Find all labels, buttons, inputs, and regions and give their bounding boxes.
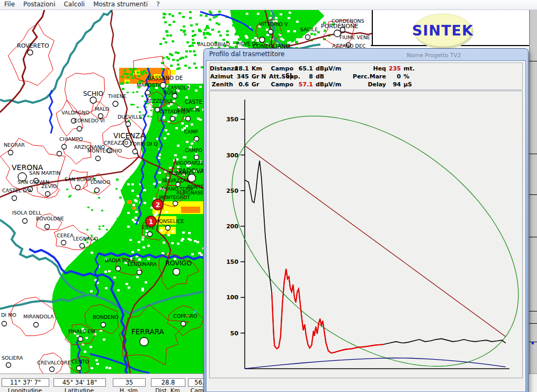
- dialog-title: Profilo dal trasmettitore: [209, 50, 284, 58]
- header-hv: 94: [386, 81, 401, 89]
- transmitter-marker-number: 2: [156, 201, 160, 209]
- header-hu: Gr: [249, 81, 269, 89]
- town-circle: [113, 101, 118, 106]
- profile-header-grid: Distanza28.1KmCampo SL65.1dBµV/mHeq235mt…: [210, 65, 522, 89]
- town-label: SCHIO: [83, 90, 103, 97]
- menu-bar: FilePostazioniCalcoliMostra strumenti?: [0, 0, 537, 10]
- town-label: FINALE EM: [68, 328, 95, 334]
- town-label: COPPARO: [173, 313, 198, 319]
- town-label: SACILE: [300, 26, 318, 32]
- menu-item-calcoli[interactable]: Calcoli: [59, 0, 89, 9]
- town-circle: [61, 240, 66, 245]
- transmitter-marker-number: 1: [149, 218, 153, 226]
- menu-item-mostra-strumenti[interactable]: Mostra strumenti: [89, 0, 152, 9]
- town-label: CAMPO: [185, 148, 202, 153]
- town-circle: [186, 117, 191, 121]
- town-label: LEGNAGO: [73, 236, 98, 242]
- town-label: MALO: [95, 106, 109, 112]
- town-circle: [46, 192, 50, 197]
- town-label: THIENE: [108, 93, 127, 99]
- town-circle: [259, 37, 265, 42]
- town-circle: [188, 174, 196, 182]
- header-hu: dBµV/m: [313, 65, 350, 73]
- town-label: VIGODARZE: [175, 161, 204, 166]
- town-circle: [116, 266, 121, 271]
- dialog-client-area: Distanza28.1KmCampo SL65.1dBµV/mHeq235mt…: [206, 60, 526, 392]
- town-circle: [194, 137, 199, 141]
- header-hu: Gr N: [249, 73, 269, 81]
- map-right-ruler: [529, 10, 537, 373]
- town-circle: [23, 219, 28, 224]
- header-hu: µS: [401, 81, 430, 89]
- header-hv: 0.6: [233, 81, 249, 89]
- town-label: LONIGO: [91, 179, 110, 185]
- sintek-logo-text: SINTEK: [412, 22, 473, 39]
- status-value-hslm: 35: [113, 378, 146, 387]
- town-label: BASSANO DE: [148, 75, 183, 81]
- town-label: ROVIGO: [165, 259, 192, 267]
- town-label: ZEVIO: [41, 183, 57, 189]
- status-value-latitudine: 45° 34' 18": [53, 378, 106, 387]
- town-circle: [181, 322, 186, 326]
- town-label: PONTE: [187, 184, 204, 190]
- town-label: LENDINARA: [128, 261, 157, 267]
- chart-y-tick-label: 50: [230, 330, 239, 337]
- profile-dialog[interactable]: Profilo dal trasmettitore Nome Progetto …: [204, 49, 528, 392]
- status-value-longitudine: 11° 37' 7": [2, 378, 49, 387]
- town-circle: [80, 244, 85, 248]
- chart-y-tick-label: 300: [226, 152, 238, 159]
- town-label: MONTEGROT: [159, 195, 190, 200]
- town-circle: [76, 185, 80, 190]
- town-label: AZZANO DEC: [332, 43, 366, 49]
- header-hl: Heq: [350, 65, 386, 73]
- town-circle: [133, 149, 138, 154]
- header-hv: 28.1: [233, 65, 249, 73]
- town-label: VALDOBBIAD: [197, 41, 230, 47]
- chart-y-tick-label: 200: [226, 223, 238, 230]
- town-label: MONTECCHIO: [87, 148, 122, 154]
- town-label: BONDENO: [93, 314, 119, 320]
- status-label-latitudine: Latitudine: [50, 387, 108, 392]
- menu-item-postazioni[interactable]: Postazioni: [19, 0, 59, 9]
- header-hl: Azimut: [210, 73, 233, 81]
- town-label: ALBIGNASE: [176, 190, 204, 195]
- town-circle: [28, 50, 33, 55]
- town-circle: [2, 322, 7, 326]
- town-circle: [268, 30, 273, 34]
- chart-y-tick-label: 350: [226, 116, 238, 123]
- chart-y-tick-label: 100: [226, 294, 238, 301]
- town-label: MONSELICE: [155, 218, 184, 224]
- town-label: BOVOLONE: [36, 216, 64, 221]
- terrain-obstructed: [272, 269, 383, 353]
- town-label: FIUME VENE: [339, 34, 370, 40]
- town-circle: [6, 363, 11, 368]
- header-hl: Campo SL: [269, 65, 293, 73]
- town-circle: [126, 122, 131, 127]
- town-circle: [8, 150, 13, 155]
- profile-chart[interactable]: 50100150200250300350: [210, 91, 522, 378]
- town-circle: [96, 156, 101, 161]
- header-hl: Perc.Mare: [350, 73, 386, 81]
- town-circle: [77, 366, 82, 371]
- header-hv: 65.1: [293, 65, 313, 73]
- town-circle: [34, 323, 39, 327]
- town-label: VICENZA: [113, 131, 146, 140]
- profile-chart-panel: 50100150200250300350: [209, 91, 523, 378]
- town-label: CREVALCORE: [37, 360, 71, 366]
- town-circle: [57, 152, 62, 156]
- town-circle: [90, 97, 96, 103]
- town-label: DI MO: [1, 312, 16, 318]
- status-label-longitudine: Longitudine: [0, 387, 51, 392]
- town-circle: [173, 269, 180, 275]
- menu-item-file[interactable]: File: [0, 0, 19, 9]
- town-circle: [101, 323, 106, 327]
- header-hl: Delay: [350, 81, 386, 89]
- header-hv: 235: [386, 65, 401, 73]
- menu-item-?[interactable]: ?: [152, 0, 164, 9]
- town-circle: [12, 196, 17, 201]
- status-label-hslm: H. slm: [110, 387, 148, 392]
- terrain-profile: [245, 161, 506, 353]
- header-hv: 57.1: [293, 81, 313, 89]
- header-hv: 345: [233, 73, 249, 81]
- town-label: CASTEL D'A: [2, 188, 32, 193]
